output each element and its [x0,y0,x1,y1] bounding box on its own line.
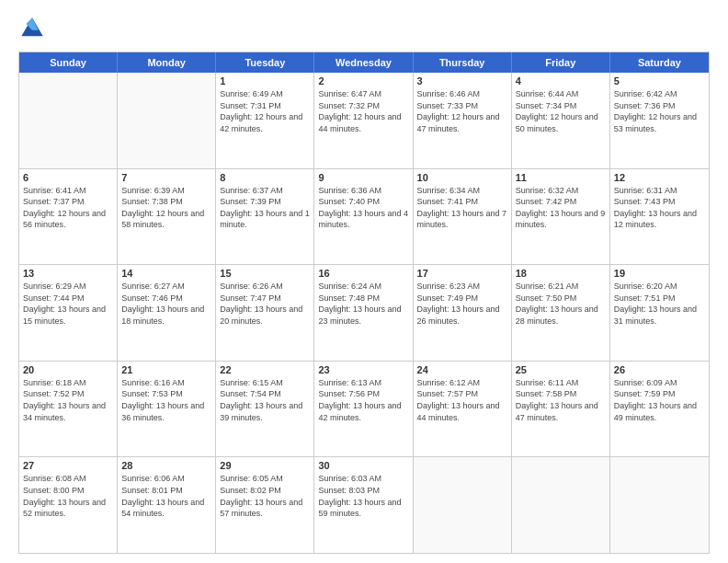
cal-day-20: 20 Sunrise: 6:18 AMSunset: 7:52 PMDaylig… [19,362,118,457]
weekday-header-thursday: Thursday [414,52,512,73]
cal-day-6: 6 Sunrise: 6:41 AMSunset: 7:37 PMDayligh… [19,169,118,265]
day-detail: Sunrise: 6:36 AMSunset: 7:40 PMDaylight:… [318,185,408,231]
day-number: 12 [614,172,705,183]
day-detail: Sunrise: 6:12 AMSunset: 7:57 PMDaylight:… [417,377,507,423]
cal-day-23: 23 Sunrise: 6:13 AMSunset: 7:56 PMDaylig… [314,362,413,457]
cal-day-21: 21 Sunrise: 6:16 AMSunset: 7:53 PMDaylig… [118,362,216,457]
day-number: 22 [220,364,310,375]
cal-week-4: 20 Sunrise: 6:18 AMSunset: 7:52 PMDaylig… [19,361,709,457]
day-detail: Sunrise: 6:29 AMSunset: 7:44 PMDaylight:… [23,281,113,327]
cal-day-empty [512,457,610,553]
calendar-header: SundayMondayTuesdayWednesdayThursdayFrid… [19,52,709,73]
cal-day-empty [19,73,118,168]
day-detail: Sunrise: 6:37 AMSunset: 7:39 PMDaylight:… [220,185,310,231]
day-detail: Sunrise: 6:20 AMSunset: 7:51 PMDaylight:… [614,281,705,327]
cal-day-7: 7 Sunrise: 6:39 AMSunset: 7:38 PMDayligh… [118,169,216,265]
cal-day-18: 18 Sunrise: 6:21 AMSunset: 7:50 PMDaylig… [512,265,610,361]
calendar: SundayMondayTuesdayWednesdayThursdayFrid… [18,52,710,554]
day-number: 6 [23,172,113,183]
cal-day-29: 29 Sunrise: 6:05 AMSunset: 8:02 PMDaylig… [216,457,314,553]
day-number: 4 [516,75,606,86]
day-detail: Sunrise: 6:03 AMSunset: 8:03 PMDaylight:… [318,473,408,519]
cal-day-17: 17 Sunrise: 6:23 AMSunset: 7:49 PMDaylig… [414,265,512,361]
day-detail: Sunrise: 6:05 AMSunset: 8:02 PMDaylight:… [220,473,310,519]
weekday-header-friday: Friday [512,52,610,73]
day-number: 23 [318,364,408,375]
cal-day-13: 13 Sunrise: 6:29 AMSunset: 7:44 PMDaylig… [19,265,118,361]
day-number: 25 [516,364,606,375]
cal-day-11: 11 Sunrise: 6:32 AMSunset: 7:42 PMDaylig… [512,169,610,265]
cal-week-2: 6 Sunrise: 6:41 AMSunset: 7:37 PMDayligh… [19,168,709,265]
cal-day-16: 16 Sunrise: 6:24 AMSunset: 7:48 PMDaylig… [314,265,413,361]
weekday-header-wednesday: Wednesday [314,52,413,73]
cal-day-2: 2 Sunrise: 6:47 AMSunset: 7:32 PMDayligh… [314,73,413,168]
day-detail: Sunrise: 6:09 AMSunset: 7:59 PMDaylight:… [614,377,705,423]
cal-day-empty [414,457,512,553]
day-number: 24 [417,364,507,375]
day-detail: Sunrise: 6:21 AMSunset: 7:50 PMDaylight:… [516,281,606,327]
cal-day-4: 4 Sunrise: 6:44 AMSunset: 7:34 PMDayligh… [512,73,610,168]
cal-day-19: 19 Sunrise: 6:20 AMSunset: 7:51 PMDaylig… [610,265,709,361]
cal-day-8: 8 Sunrise: 6:37 AMSunset: 7:39 PMDayligh… [216,169,314,265]
day-number: 20 [23,364,113,375]
cal-day-30: 30 Sunrise: 6:03 AMSunset: 8:03 PMDaylig… [314,457,413,553]
day-detail: Sunrise: 6:23 AMSunset: 7:49 PMDaylight:… [417,281,507,327]
day-detail: Sunrise: 6:31 AMSunset: 7:43 PMDaylight:… [614,185,705,231]
cal-day-empty [118,73,216,168]
weekday-header-tuesday: Tuesday [216,52,314,73]
day-number: 26 [614,364,705,375]
day-number: 7 [121,172,211,183]
logo [18,15,50,42]
day-detail: Sunrise: 6:44 AMSunset: 7:34 PMDaylight:… [516,88,606,134]
day-detail: Sunrise: 6:34 AMSunset: 7:41 PMDaylight:… [417,185,507,231]
cal-day-25: 25 Sunrise: 6:11 AMSunset: 7:58 PMDaylig… [512,362,610,457]
day-detail: Sunrise: 6:24 AMSunset: 7:48 PMDaylight:… [318,281,408,327]
cal-day-12: 12 Sunrise: 6:31 AMSunset: 7:43 PMDaylig… [610,169,709,265]
day-number: 15 [220,268,310,279]
cal-day-1: 1 Sunrise: 6:49 AMSunset: 7:31 PMDayligh… [216,73,314,168]
day-detail: Sunrise: 6:47 AMSunset: 7:32 PMDaylight:… [318,88,408,134]
day-number: 16 [318,268,408,279]
day-detail: Sunrise: 6:11 AMSunset: 7:58 PMDaylight:… [516,377,606,423]
cal-day-10: 10 Sunrise: 6:34 AMSunset: 7:41 PMDaylig… [414,169,512,265]
cal-day-27: 27 Sunrise: 6:08 AMSunset: 8:00 PMDaylig… [19,457,118,553]
day-number: 28 [121,460,211,471]
weekday-header-monday: Monday [118,52,216,73]
day-number: 21 [121,364,211,375]
cal-day-empty [610,457,709,553]
cal-day-24: 24 Sunrise: 6:12 AMSunset: 7:57 PMDaylig… [414,362,512,457]
day-number: 1 [220,75,310,86]
header [18,15,710,42]
cal-week-1: 1 Sunrise: 6:49 AMSunset: 7:31 PMDayligh… [19,73,709,168]
weekday-header-sunday: Sunday [19,52,118,73]
day-number: 14 [121,268,211,279]
day-number: 18 [516,268,606,279]
day-number: 9 [318,172,408,183]
day-detail: Sunrise: 6:13 AMSunset: 7:56 PMDaylight:… [318,377,408,423]
day-detail: Sunrise: 6:46 AMSunset: 7:33 PMDaylight:… [417,88,507,134]
day-number: 29 [220,460,310,471]
day-number: 17 [417,268,507,279]
day-number: 2 [318,75,408,86]
cal-week-3: 13 Sunrise: 6:29 AMSunset: 7:44 PMDaylig… [19,264,709,361]
cal-day-3: 3 Sunrise: 6:46 AMSunset: 7:33 PMDayligh… [414,73,512,168]
day-detail: Sunrise: 6:08 AMSunset: 8:00 PMDaylight:… [23,473,113,519]
day-detail: Sunrise: 6:49 AMSunset: 7:31 PMDaylight:… [220,88,310,134]
day-detail: Sunrise: 6:42 AMSunset: 7:36 PMDaylight:… [614,88,705,134]
cal-day-28: 28 Sunrise: 6:06 AMSunset: 8:01 PMDaylig… [118,457,216,553]
logo-icon [18,15,46,42]
day-detail: Sunrise: 6:18 AMSunset: 7:52 PMDaylight:… [23,377,113,423]
day-number: 30 [318,460,408,471]
day-detail: Sunrise: 6:39 AMSunset: 7:38 PMDaylight:… [121,185,211,231]
day-detail: Sunrise: 6:32 AMSunset: 7:42 PMDaylight:… [516,185,606,231]
cal-day-15: 15 Sunrise: 6:26 AMSunset: 7:47 PMDaylig… [216,265,314,361]
day-number: 11 [516,172,606,183]
calendar-body: 1 Sunrise: 6:49 AMSunset: 7:31 PMDayligh… [19,73,709,553]
day-detail: Sunrise: 6:15 AMSunset: 7:54 PMDaylight:… [220,377,310,423]
page: SundayMondayTuesdayWednesdayThursdayFrid… [0,0,728,563]
day-number: 3 [417,75,507,86]
day-number: 19 [614,268,705,279]
cal-day-9: 9 Sunrise: 6:36 AMSunset: 7:40 PMDayligh… [314,169,413,265]
day-detail: Sunrise: 6:27 AMSunset: 7:46 PMDaylight:… [121,281,211,327]
day-detail: Sunrise: 6:41 AMSunset: 7:37 PMDaylight:… [23,185,113,231]
